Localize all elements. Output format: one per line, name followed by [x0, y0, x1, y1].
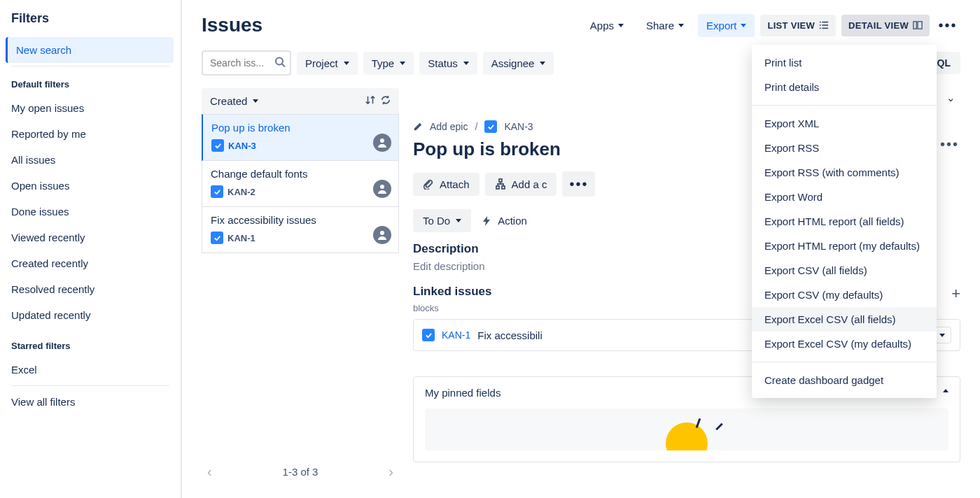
chevron-down-icon — [618, 24, 624, 27]
separator: / — [475, 121, 477, 132]
sort-icon[interactable] — [365, 95, 375, 107]
chevron-down-icon — [253, 99, 258, 103]
avatar — [373, 134, 391, 152]
pager-prev[interactable]: ‹ — [207, 464, 212, 480]
issue-more-button[interactable]: ••• — [562, 171, 595, 197]
svg-rect-3 — [822, 24, 828, 26]
pager-text: 1-3 of 3 — [283, 466, 318, 478]
sidebar-item[interactable]: Open issues — [6, 173, 175, 199]
export-menu-item[interactable]: Export HTML report (my defaults) — [752, 234, 937, 258]
issue-card[interactable]: Fix accessibility issuesKAN-1 — [202, 207, 399, 253]
actions-dropdown[interactable]: Action — [481, 215, 527, 227]
svg-rect-0 — [820, 22, 821, 23]
list-column: Created Pop up is brokenKAN-3Change defa… — [202, 88, 399, 487]
filter-pill[interactable]: Status — [419, 52, 477, 75]
filter-pill[interactable]: Type — [363, 52, 414, 75]
default-filters-heading: Default filters — [11, 79, 169, 90]
issue-id: KAN-3 — [228, 141, 256, 151]
export-menu-item[interactable]: Print list — [752, 50, 937, 75]
svg-rect-2 — [820, 24, 821, 26]
svg-rect-15 — [502, 186, 505, 189]
sort-label[interactable]: Created — [210, 95, 247, 107]
issue-type-icon — [211, 139, 224, 152]
chevron-up-icon — [943, 387, 948, 399]
attach-icon — [423, 178, 434, 190]
svg-line-9 — [282, 64, 285, 67]
breadcrumb-id[interactable]: KAN-3 — [504, 121, 533, 132]
chevron-down-icon — [456, 219, 461, 222]
export-button[interactable]: Export — [698, 14, 755, 37]
chevron-down-icon — [678, 24, 684, 27]
sidebar-item[interactable]: Done issues — [6, 199, 175, 225]
share-button[interactable]: Share — [638, 14, 692, 37]
export-menu-item[interactable]: Export CSV (my defaults) — [752, 283, 937, 307]
list-header: Created — [202, 88, 399, 114]
svg-point-11 — [380, 185, 384, 189]
chevron-down-icon — [939, 334, 945, 337]
sidebar-item[interactable]: Excel — [6, 357, 175, 383]
divider — [11, 66, 169, 66]
issue-id: KAN-1 — [227, 233, 255, 243]
view-all-filters[interactable]: View all filters — [6, 389, 175, 415]
sidebar-item[interactable]: All issues — [6, 147, 175, 173]
main: Issues Apps Share Export LIST VIEW DETAI… — [182, 0, 980, 498]
export-menu-item[interactable]: Export Word — [752, 185, 937, 209]
refresh-icon[interactable] — [381, 95, 391, 107]
export-menu: Print listPrint details Export XMLExport… — [752, 45, 937, 398]
issue-type-icon — [484, 120, 497, 133]
issue-type-icon — [211, 232, 223, 244]
sidebar: Filters New search Default filters My op… — [0, 0, 182, 498]
issue-type-icon — [211, 185, 223, 198]
export-menu-item[interactable]: Print details — [752, 75, 937, 99]
sidebar-item[interactable]: Viewed recently — [6, 225, 175, 250]
issue-id: KAN-2 — [227, 187, 255, 197]
attach-button[interactable]: Attach — [413, 173, 479, 196]
svg-point-10 — [380, 138, 384, 143]
add-epic-link[interactable]: Add epic — [430, 121, 468, 132]
issue-card[interactable]: Change default fontsKAN-2 — [202, 161, 399, 207]
detail-view-button[interactable]: DETAIL VIEW — [841, 15, 930, 36]
export-menu-item[interactable]: Export RSS (with comments) — [752, 160, 937, 185]
export-menu-item[interactable]: Export HTML report (all fields) — [752, 209, 937, 234]
issue-card[interactable]: Pop up is brokenKAN-3 — [202, 114, 399, 161]
more-icon[interactable]: ••• — [940, 137, 959, 151]
svg-rect-14 — [496, 186, 499, 189]
export-menu-item[interactable]: Export Excel CSV (my defaults) — [752, 332, 937, 356]
pager-down[interactable]: ⌄ — [941, 88, 960, 108]
list-icon — [819, 20, 829, 30]
svg-rect-13 — [499, 179, 502, 182]
sidebar-item[interactable]: Resolved recently — [6, 276, 175, 302]
add-child-button[interactable]: Add a c — [485, 173, 557, 196]
divider — [11, 385, 169, 386]
detail-icon — [913, 20, 923, 30]
export-menu-item[interactable]: Export CSV (all fields) — [752, 258, 937, 283]
sidebar-item[interactable]: Reported by me — [6, 121, 175, 147]
export-menu-item[interactable]: Export Excel CSV (all fields) — [752, 307, 937, 332]
linked-issue-id[interactable]: KAN-1 — [442, 329, 470, 341]
page-title: Issues — [202, 14, 262, 36]
list-view-button[interactable]: LIST VIEW — [760, 15, 836, 36]
sidebar-item[interactable]: Created recently — [6, 250, 175, 276]
svg-rect-4 — [820, 28, 821, 29]
svg-rect-5 — [822, 28, 828, 29]
export-menu-item[interactable]: Export RSS — [752, 136, 937, 160]
svg-rect-7 — [918, 22, 922, 29]
dots-icon: ••• — [938, 18, 957, 32]
issue-title: Fix accessibility issues — [211, 214, 390, 226]
filter-pill[interactable]: Project — [297, 52, 358, 75]
new-search-item[interactable]: New search — [6, 37, 174, 63]
more-button[interactable]: ••• — [935, 13, 960, 38]
apps-button[interactable]: Apps — [582, 14, 632, 37]
tree-icon — [495, 178, 506, 190]
status-dropdown[interactable]: To Do — [413, 209, 471, 232]
list-pager: ‹ 1-3 of 3 › — [202, 457, 399, 487]
filter-pill[interactable]: Assignee — [483, 52, 554, 75]
pencil-icon — [413, 122, 423, 131]
sidebar-item[interactable]: My open issues — [6, 95, 175, 121]
add-linked-issue[interactable]: + — [951, 285, 960, 303]
export-menu-item[interactable]: Export XML — [752, 111, 937, 136]
export-menu-item[interactable]: Create dashboard gadget — [752, 368, 937, 392]
sidebar-item[interactable]: Updated recently — [6, 302, 175, 328]
pager-next[interactable]: › — [388, 464, 393, 480]
linked-issues-heading: Linked issues — [413, 285, 491, 299]
